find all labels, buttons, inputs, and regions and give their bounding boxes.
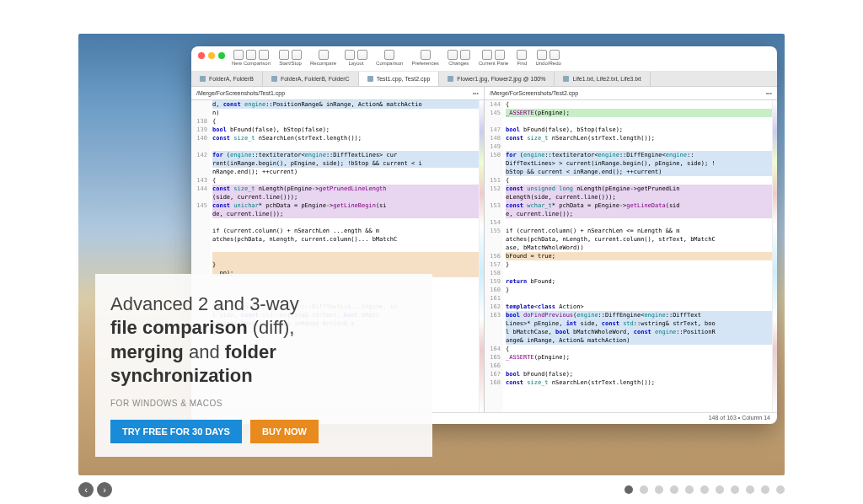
subheadline: FOR WINDOWS & MACOS [110, 399, 417, 408]
toolbar-icon[interactable] [345, 50, 355, 60]
toolbar-label: Changes [448, 61, 469, 66]
toolbar-label: Find [517, 61, 528, 66]
pager-dot[interactable] [716, 485, 724, 494]
toolbar-group: Undo/Redo [535, 50, 560, 66]
pager-dot[interactable] [670, 485, 678, 494]
toolbar-group: Preferences [411, 50, 438, 66]
toolbar-icon[interactable] [482, 50, 492, 60]
file-icon [271, 76, 277, 82]
toolbar: New ComparisonStart/StopRecompareLayoutC… [232, 50, 770, 66]
toolbar-group: Start/Stop [279, 50, 302, 66]
right-path: /Merge/ForScreenshots/Test2.cpp [490, 90, 578, 96]
titlebar: New ComparisonStart/StopRecompareLayoutC… [191, 46, 777, 72]
minimap-left[interactable] [479, 100, 484, 412]
tab[interactable]: Life1.txt, Life2.txt, Life3.txt [555, 72, 650, 86]
toolbar-icon[interactable] [421, 50, 431, 60]
toolbar-group: Changes [448, 50, 470, 66]
toolbar-label: Current Pane [479, 61, 509, 66]
pathbar: /Merge/ForScreenshots/Test1.cpp••• /Merg… [191, 87, 777, 100]
prev-slide-button[interactable]: ‹ [78, 482, 94, 497]
tab-label: Life1.txt, Life2.txt, Life3.txt [572, 76, 641, 82]
toolbar-icon[interactable] [517, 50, 527, 60]
pager-dot[interactable] [746, 485, 754, 494]
toolbar-icon[interactable] [384, 50, 394, 60]
tab[interactable]: FolderA, FolderB [191, 72, 263, 86]
toolbar-label: Recompare [310, 61, 336, 66]
carousel-nav: ‹ › [78, 482, 112, 497]
file-icon [367, 76, 373, 82]
more-icon[interactable]: ••• [473, 90, 479, 96]
toolbar-group: Find [517, 50, 527, 66]
toolbar-icon[interactable] [357, 50, 367, 60]
tab-label: FolderA, FolderB [209, 76, 254, 82]
tab-label: FolderA, FolderB, FolderC [281, 76, 350, 82]
toolbar-icon[interactable] [537, 50, 547, 60]
toolbar-icon[interactable] [279, 50, 289, 60]
pager-dot[interactable] [700, 485, 709, 494]
toolbar-group: New Comparison [232, 50, 271, 66]
zoom-icon[interactable] [218, 52, 225, 59]
tab[interactable]: FolderA, FolderB, FolderC [263, 72, 359, 86]
file-icon [563, 76, 569, 82]
carousel-dots [624, 485, 785, 494]
toolbar-group: Layout [345, 50, 367, 66]
marketing-overlay: Advanced 2 and 3-way file comparison (di… [95, 274, 432, 457]
toolbar-label: Start/Stop [279, 61, 302, 66]
buy-now-button[interactable]: BUY NOW [250, 420, 319, 443]
minimap-right[interactable] [772, 100, 777, 412]
tab-label: Flower1.jpg, Flower2.jpg @ 100% [457, 76, 545, 82]
toolbar-group: Recompare [310, 50, 336, 66]
toolbar-icon[interactable] [233, 50, 244, 60]
pager-dot[interactable] [776, 485, 785, 494]
file-icon [448, 76, 453, 82]
toolbar-group: Current Pane [479, 50, 509, 66]
pager-dot[interactable] [761, 485, 769, 494]
toolbar-icon[interactable] [246, 50, 256, 60]
toolbar-icon[interactable] [448, 50, 458, 60]
next-slide-button[interactable]: › [97, 482, 112, 497]
toolbar-icon[interactable] [292, 50, 302, 60]
hero-slide: New ComparisonStart/StopRecompareLayoutC… [78, 34, 785, 475]
toolbar-icon[interactable] [319, 50, 329, 60]
toolbar-icon[interactable] [549, 50, 560, 60]
toolbar-icon[interactable] [495, 50, 505, 60]
toolbar-label: Preferences [411, 61, 438, 66]
toolbar-icon[interactable] [460, 50, 470, 60]
minimize-icon[interactable] [208, 52, 215, 59]
toolbar-label: Layout [349, 61, 364, 66]
right-pane[interactable]: 1441451471481491501511521531541551561571… [485, 100, 777, 412]
tab[interactable]: Flower1.jpg, Flower2.jpg @ 100% [439, 72, 555, 86]
toolbar-icon[interactable] [259, 50, 269, 60]
toolbar-label: Undo/Redo [535, 61, 560, 66]
more-icon[interactable]: ••• [766, 90, 772, 96]
toolbar-group: Comparison [376, 50, 403, 66]
left-path: /Merge/ForScreenshots/Test1.cpp [196, 90, 285, 96]
pager-dot[interactable] [640, 485, 648, 494]
toolbar-label: New Comparison [232, 61, 271, 66]
file-icon [200, 76, 206, 82]
close-icon[interactable] [198, 52, 205, 59]
pager-dot[interactable] [655, 485, 663, 494]
try-free-button[interactable]: TRY FREE FOR 30 DAYS [110, 420, 242, 443]
pager-dot[interactable] [685, 485, 694, 494]
pager-dot[interactable] [624, 485, 633, 494]
tab-label: Test1.cpp, Test2.cpp [377, 76, 431, 82]
tabbar: FolderA, FolderBFolderA, FolderB, Folder… [191, 72, 777, 87]
tab[interactable]: Test1.cpp, Test2.cpp [359, 72, 440, 86]
headline: Advanced 2 and 3-way file comparison (di… [110, 292, 417, 389]
pager-dot[interactable] [731, 485, 739, 494]
toolbar-label: Comparison [376, 61, 403, 66]
